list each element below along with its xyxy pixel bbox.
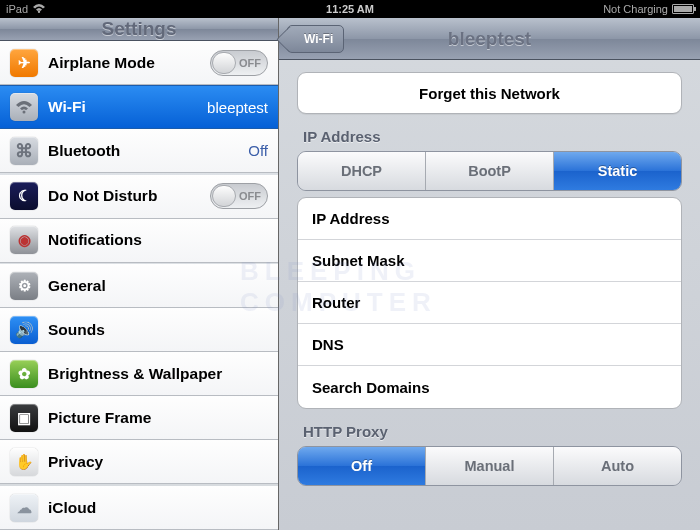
moon-icon: ☾ bbox=[10, 182, 38, 210]
brightness-icon: ✿ bbox=[10, 360, 38, 388]
sidebar-item-dnd[interactable]: ☾ Do Not Disturb OFF bbox=[0, 175, 278, 219]
seg-static[interactable]: Static bbox=[554, 152, 681, 190]
notifications-icon: ◉ bbox=[10, 226, 38, 254]
wifi-network-name: bleeptest bbox=[207, 99, 268, 116]
sidebar-item-privacy[interactable]: ✋ Privacy bbox=[0, 440, 278, 484]
field-dns[interactable]: DNS bbox=[298, 324, 681, 366]
speaker-icon: 🔊 bbox=[10, 316, 38, 344]
proxy-section-header: HTTP Proxy bbox=[303, 423, 676, 440]
airplane-icon: ✈ bbox=[10, 49, 38, 77]
sidebar-item-bluetooth[interactable]: ⌘ Bluetooth Off bbox=[0, 129, 278, 173]
bluetooth-status: Off bbox=[248, 142, 268, 159]
back-button[interactable]: Wi-Fi bbox=[287, 25, 344, 53]
bluetooth-icon: ⌘ bbox=[10, 137, 38, 165]
dnd-toggle[interactable]: OFF bbox=[210, 183, 268, 209]
sidebar-item-label: iCloud bbox=[48, 499, 96, 517]
battery-icon bbox=[672, 4, 694, 14]
settings-sidebar: Settings ✈ Airplane Mode OFF Wi-Fi bleep… bbox=[0, 18, 279, 530]
sidebar-item-label: Sounds bbox=[48, 321, 105, 339]
field-ip-address[interactable]: IP Address bbox=[298, 198, 681, 240]
sidebar-item-label: Airplane Mode bbox=[48, 54, 155, 72]
field-subnet-mask[interactable]: Subnet Mask bbox=[298, 240, 681, 282]
ip-fields-group: IP Address Subnet Mask Router DNS Search… bbox=[297, 197, 682, 409]
detail-title: bleeptest bbox=[448, 28, 531, 50]
sidebar-item-label: General bbox=[48, 277, 106, 295]
sidebar-item-brightness[interactable]: ✿ Brightness & Wallpaper bbox=[0, 352, 278, 396]
sidebar-item-airplane[interactable]: ✈ Airplane Mode OFF bbox=[0, 41, 278, 85]
status-bar: iPad 11:25 AM Not Charging bbox=[0, 0, 700, 18]
sidebar-item-label: Picture Frame bbox=[48, 409, 151, 427]
airplane-toggle[interactable]: OFF bbox=[210, 50, 268, 76]
sidebar-item-notifications[interactable]: ◉ Notifications bbox=[0, 219, 278, 263]
hand-icon: ✋ bbox=[10, 448, 38, 476]
field-search-domains[interactable]: Search Domains bbox=[298, 366, 681, 408]
sidebar-item-sounds[interactable]: 🔊 Sounds bbox=[0, 308, 278, 352]
sidebar-item-wifi[interactable]: Wi-Fi bleeptest bbox=[0, 85, 278, 129]
sidebar-item-general[interactable]: ⚙ General bbox=[0, 264, 278, 308]
sidebar-item-picture-frame[interactable]: ▣ Picture Frame bbox=[0, 396, 278, 440]
wifi-settings-icon bbox=[10, 93, 38, 121]
seg-proxy-auto[interactable]: Auto bbox=[554, 447, 681, 485]
sidebar-item-icloud[interactable]: ☁ iCloud bbox=[0, 486, 278, 530]
field-router[interactable]: Router bbox=[298, 282, 681, 324]
sidebar-item-label: Do Not Disturb bbox=[48, 187, 157, 205]
sidebar-item-label: Brightness & Wallpaper bbox=[48, 365, 222, 383]
sidebar-item-label: Wi-Fi bbox=[48, 98, 86, 116]
forget-network-button[interactable]: Forget this Network bbox=[297, 72, 682, 114]
ip-mode-segment: DHCP BootP Static bbox=[297, 151, 682, 191]
detail-pane: Wi-Fi bleeptest Forget this Network IP A… bbox=[279, 18, 700, 530]
sidebar-item-label: Privacy bbox=[48, 453, 103, 471]
clock: 11:25 AM bbox=[0, 3, 700, 15]
ip-section-header: IP Address bbox=[303, 128, 676, 145]
seg-proxy-off[interactable]: Off bbox=[298, 447, 426, 485]
sidebar-title: Settings bbox=[0, 18, 278, 41]
detail-header: Wi-Fi bleeptest bbox=[279, 18, 700, 60]
cloud-icon: ☁ bbox=[10, 494, 38, 522]
seg-dhcp[interactable]: DHCP bbox=[298, 152, 426, 190]
seg-bootp[interactable]: BootP bbox=[426, 152, 554, 190]
sidebar-item-label: Notifications bbox=[48, 231, 142, 249]
gear-icon: ⚙ bbox=[10, 272, 38, 300]
seg-proxy-manual[interactable]: Manual bbox=[426, 447, 554, 485]
sidebar-item-label: Bluetooth bbox=[48, 142, 120, 160]
proxy-mode-segment: Off Manual Auto bbox=[297, 446, 682, 486]
picture-frame-icon: ▣ bbox=[10, 404, 38, 432]
